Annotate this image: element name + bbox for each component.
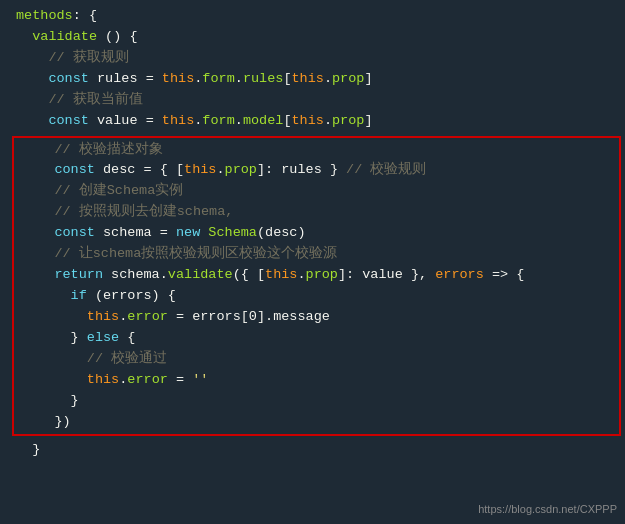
code-line: // 创建Schema实例	[14, 181, 619, 202]
code-token: Schema	[208, 223, 257, 244]
code-token	[200, 223, 208, 244]
code-token: // 按照规则去创建schema,	[22, 202, 233, 223]
code-token: .	[119, 370, 127, 391]
code-token: ]	[364, 111, 372, 132]
code-line: }	[14, 391, 619, 412]
code-line: // 获取规则	[8, 48, 625, 69]
code-token	[22, 307, 87, 328]
code-token: prop	[225, 160, 257, 181]
code-token: {	[119, 328, 135, 349]
code-token: form	[202, 111, 234, 132]
code-editor: methods: { validate () { // 获取规则 const r…	[0, 0, 625, 467]
code-token: rules	[243, 69, 284, 90]
code-token: // 创建Schema实例	[22, 181, 183, 202]
code-line: const desc = { [this.prop]: rules } // 校…	[14, 160, 619, 181]
code-token: .	[235, 111, 243, 132]
code-token: (errors) {	[87, 286, 176, 307]
code-token: }	[22, 391, 79, 412]
code-line: validate () {	[8, 27, 625, 48]
code-token: () {	[97, 27, 138, 48]
code-line: const value = this.form.model[this.prop]	[8, 111, 625, 132]
code-token: // 校验通过	[22, 349, 167, 370]
code-token: : {	[73, 6, 97, 27]
code-token: this	[162, 111, 194, 132]
code-token: const	[16, 111, 89, 132]
code-token: new	[176, 223, 200, 244]
code-token: .	[194, 69, 202, 90]
code-token: prop	[332, 69, 364, 90]
code-token: =	[168, 370, 192, 391]
code-token: const	[22, 160, 95, 181]
code-line: // 让schema按照校验规则区校验这个校验源	[14, 244, 619, 265]
code-token: .	[194, 111, 202, 132]
code-token: validate	[32, 27, 97, 48]
code-token: = errors[0].message	[168, 307, 330, 328]
code-token: else	[87, 328, 119, 349]
code-token: .	[297, 265, 305, 286]
code-token: error	[127, 370, 168, 391]
code-token: ({ [	[233, 265, 265, 286]
code-line: // 校验通过	[14, 349, 619, 370]
code-token: .	[324, 111, 332, 132]
code-token: if	[22, 286, 87, 307]
code-line: // 按照规则去创建schema,	[14, 202, 619, 223]
code-token: error	[127, 307, 168, 328]
code-line: }	[8, 440, 625, 461]
code-token: value =	[89, 111, 162, 132]
code-token: schema.	[103, 265, 168, 286]
watermark: https://blog.csdn.net/CXPPP	[478, 501, 617, 518]
code-token: this	[265, 265, 297, 286]
code-token: errors	[435, 265, 484, 286]
code-token: prop	[332, 111, 364, 132]
code-token: })	[22, 412, 71, 433]
code-token: .	[235, 69, 243, 90]
code-line: const schema = new Schema(desc)	[14, 223, 619, 244]
code-token: .	[324, 69, 332, 90]
code-token: this	[162, 69, 194, 90]
code-token: const	[22, 223, 95, 244]
code-token: model	[243, 111, 284, 132]
code-token: prop	[306, 265, 338, 286]
code-token: validate	[168, 265, 233, 286]
code-token: }	[16, 440, 40, 461]
code-line: if (errors) {	[14, 286, 619, 307]
code-token: .	[119, 307, 127, 328]
code-line: // 获取当前值	[8, 90, 625, 111]
code-line: })	[14, 412, 619, 433]
code-token: this	[87, 307, 119, 328]
highlighted-code-block: // 校验描述对象 const desc = { [this.prop]: ru…	[12, 136, 621, 437]
code-token: schema =	[95, 223, 176, 244]
code-token: form	[202, 69, 234, 90]
code-token	[22, 370, 87, 391]
code-token: // 获取规则	[16, 48, 129, 69]
code-token: ]: value },	[338, 265, 435, 286]
code-line: this.error = ''	[14, 370, 619, 391]
code-token	[16, 27, 32, 48]
code-token: this	[292, 111, 324, 132]
code-token: .	[216, 160, 224, 181]
code-token: ]	[364, 69, 372, 90]
code-line: // 校验描述对象	[14, 140, 619, 161]
code-line: return schema.validate({ [this.prop]: va…	[14, 265, 619, 286]
code-line: const rules = this.form.rules[this.prop]	[8, 69, 625, 90]
code-token: ]: rules }	[257, 160, 346, 181]
code-token: this	[87, 370, 119, 391]
code-token: [	[283, 111, 291, 132]
code-line: } else {	[14, 328, 619, 349]
code-token: [	[283, 69, 291, 90]
code-token: // 获取当前值	[16, 90, 143, 111]
code-token: this	[184, 160, 216, 181]
code-token: => {	[484, 265, 525, 286]
code-line: methods: {	[8, 6, 625, 27]
code-token: // 让schema按照校验规则区校验这个校验源	[22, 244, 337, 265]
code-token: }	[22, 328, 87, 349]
code-token: ''	[192, 370, 208, 391]
code-token: // 校验规则	[346, 160, 426, 181]
code-token: this	[292, 69, 324, 90]
code-token: desc = { [	[95, 160, 184, 181]
code-token: rules =	[89, 69, 162, 90]
code-token: return	[22, 265, 103, 286]
code-token: const	[16, 69, 89, 90]
code-token: (desc)	[257, 223, 306, 244]
code-line: this.error = errors[0].message	[14, 307, 619, 328]
